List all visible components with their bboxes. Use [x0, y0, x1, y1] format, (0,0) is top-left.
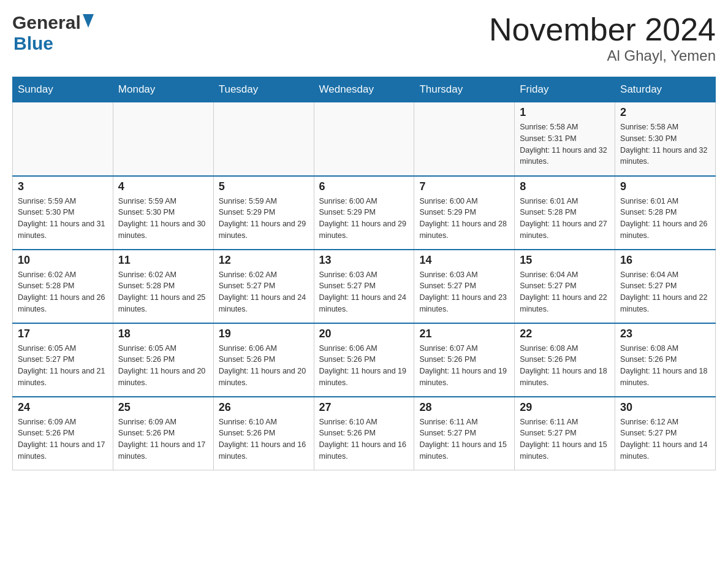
day-number: 18: [118, 327, 208, 340]
day-number: 6: [319, 180, 409, 193]
day-number: 20: [319, 327, 409, 340]
day-info: Sunrise: 6:03 AMSunset: 5:27 PMDaylight:…: [419, 269, 509, 315]
day-number: 22: [520, 327, 610, 340]
calendar-cell: 18Sunrise: 6:05 AMSunset: 5:26 PMDayligh…: [113, 323, 213, 397]
weekday-header-monday: Monday: [113, 77, 213, 102]
calendar-cell: 27Sunrise: 6:10 AMSunset: 5:26 PMDayligh…: [314, 397, 414, 470]
day-number: 4: [118, 180, 208, 193]
logo-blue-text: Blue: [13, 33, 53, 53]
calendar-table: SundayMondayTuesdayWednesdayThursdayFrid…: [12, 77, 716, 470]
calendar-cell: 19Sunrise: 6:06 AMSunset: 5:26 PMDayligh…: [213, 323, 314, 397]
calendar-cell: 15Sunrise: 6:04 AMSunset: 5:27 PMDayligh…: [515, 250, 615, 323]
day-info: Sunrise: 6:06 AMSunset: 5:26 PMDaylight:…: [319, 343, 409, 389]
calendar-cell: 17Sunrise: 6:05 AMSunset: 5:27 PMDayligh…: [13, 323, 113, 397]
day-number: 15: [520, 254, 610, 267]
day-info: Sunrise: 5:59 AMSunset: 5:30 PMDaylight:…: [18, 196, 108, 242]
calendar-cell: 1Sunrise: 5:58 AMSunset: 5:31 PMDaylight…: [515, 102, 615, 176]
day-number: 7: [419, 180, 509, 193]
day-number: 21: [419, 327, 509, 340]
day-number: 19: [219, 327, 309, 340]
calendar-title-block: November 2024 Al Ghayl, Yemen: [489, 12, 716, 64]
calendar-body: 1Sunrise: 5:58 AMSunset: 5:31 PMDaylight…: [13, 102, 716, 470]
day-info: Sunrise: 6:06 AMSunset: 5:26 PMDaylight:…: [219, 343, 309, 389]
day-number: 5: [219, 180, 309, 193]
calendar-cell: 21Sunrise: 6:07 AMSunset: 5:26 PMDayligh…: [414, 323, 515, 397]
calendar-cell: [213, 102, 314, 176]
day-info: Sunrise: 6:00 AMSunset: 5:29 PMDaylight:…: [419, 196, 509, 242]
calendar-cell: 20Sunrise: 6:06 AMSunset: 5:26 PMDayligh…: [314, 323, 414, 397]
logo-general-text: General: [12, 12, 81, 33]
calendar-cell: 5Sunrise: 5:59 AMSunset: 5:29 PMDaylight…: [213, 176, 314, 250]
day-info: Sunrise: 5:59 AMSunset: 5:29 PMDaylight:…: [219, 196, 309, 242]
calendar-week-row: 10Sunrise: 6:02 AMSunset: 5:28 PMDayligh…: [13, 250, 716, 323]
calendar-subtitle: Al Ghayl, Yemen: [489, 47, 716, 64]
weekday-header-sunday: Sunday: [13, 77, 113, 102]
logo: General Blue: [12, 12, 94, 54]
calendar-cell: 23Sunrise: 6:08 AMSunset: 5:26 PMDayligh…: [615, 323, 716, 397]
day-info: Sunrise: 6:00 AMSunset: 5:29 PMDaylight:…: [319, 196, 409, 242]
calendar-cell: 26Sunrise: 6:10 AMSunset: 5:26 PMDayligh…: [213, 397, 314, 470]
day-number: 3: [18, 180, 108, 193]
day-info: Sunrise: 5:58 AMSunset: 5:31 PMDaylight:…: [520, 121, 610, 167]
day-info: Sunrise: 6:01 AMSunset: 5:28 PMDaylight:…: [520, 196, 610, 242]
day-info: Sunrise: 6:05 AMSunset: 5:27 PMDaylight:…: [18, 343, 108, 389]
calendar-cell: 28Sunrise: 6:11 AMSunset: 5:27 PMDayligh…: [414, 397, 515, 470]
day-info: Sunrise: 6:12 AMSunset: 5:27 PMDaylight:…: [620, 416, 710, 462]
calendar-cell: 29Sunrise: 6:11 AMSunset: 5:27 PMDayligh…: [515, 397, 615, 470]
calendar-header: SundayMondayTuesdayWednesdayThursdayFrid…: [13, 77, 716, 102]
calendar-cell: 4Sunrise: 5:59 AMSunset: 5:30 PMDaylight…: [113, 176, 213, 250]
calendar-cell: 24Sunrise: 6:09 AMSunset: 5:26 PMDayligh…: [13, 397, 113, 470]
calendar-cell: [113, 102, 213, 176]
day-info: Sunrise: 6:09 AMSunset: 5:26 PMDaylight:…: [118, 416, 208, 462]
calendar-cell: [314, 102, 414, 176]
weekday-header-friday: Friday: [515, 77, 615, 102]
weekday-header-saturday: Saturday: [615, 77, 716, 102]
day-info: Sunrise: 6:05 AMSunset: 5:26 PMDaylight:…: [118, 343, 208, 389]
calendar-cell: 14Sunrise: 6:03 AMSunset: 5:27 PMDayligh…: [414, 250, 515, 323]
day-number: 8: [520, 180, 610, 193]
day-number: 27: [319, 401, 409, 414]
day-number: 14: [419, 254, 509, 267]
day-info: Sunrise: 6:08 AMSunset: 5:26 PMDaylight:…: [620, 343, 710, 389]
day-number: 2: [620, 106, 710, 119]
day-info: Sunrise: 6:02 AMSunset: 5:28 PMDaylight:…: [18, 269, 108, 315]
day-number: 25: [118, 401, 208, 414]
day-info: Sunrise: 6:04 AMSunset: 5:27 PMDaylight:…: [620, 269, 710, 315]
calendar-cell: 13Sunrise: 6:03 AMSunset: 5:27 PMDayligh…: [314, 250, 414, 323]
day-number: 12: [219, 254, 309, 267]
day-info: Sunrise: 6:11 AMSunset: 5:27 PMDaylight:…: [419, 416, 509, 462]
calendar-cell: 11Sunrise: 6:02 AMSunset: 5:28 PMDayligh…: [113, 250, 213, 323]
calendar-cell: [13, 102, 113, 176]
day-number: 29: [520, 401, 610, 414]
day-number: 13: [319, 254, 409, 267]
calendar-cell: 9Sunrise: 6:01 AMSunset: 5:28 PMDaylight…: [615, 176, 716, 250]
weekday-header-wednesday: Wednesday: [314, 77, 414, 102]
day-number: 26: [219, 401, 309, 414]
logo-arrow-icon: [83, 14, 94, 30]
calendar-cell: 2Sunrise: 5:58 AMSunset: 5:30 PMDaylight…: [615, 102, 716, 176]
day-number: 24: [18, 401, 108, 414]
calendar-cell: 12Sunrise: 6:02 AMSunset: 5:27 PMDayligh…: [213, 250, 314, 323]
calendar-cell: 22Sunrise: 6:08 AMSunset: 5:26 PMDayligh…: [515, 323, 615, 397]
calendar-cell: 8Sunrise: 6:01 AMSunset: 5:28 PMDaylight…: [515, 176, 615, 250]
calendar-cell: 16Sunrise: 6:04 AMSunset: 5:27 PMDayligh…: [615, 250, 716, 323]
calendar-title: November 2024: [489, 12, 716, 47]
day-number: 1: [520, 106, 610, 119]
day-number: 28: [419, 401, 509, 414]
day-info: Sunrise: 6:11 AMSunset: 5:27 PMDaylight:…: [520, 416, 610, 462]
day-info: Sunrise: 6:08 AMSunset: 5:26 PMDaylight:…: [520, 343, 610, 389]
day-number: 23: [620, 327, 710, 340]
calendar-week-row: 17Sunrise: 6:05 AMSunset: 5:27 PMDayligh…: [13, 323, 716, 397]
day-number: 9: [620, 180, 710, 193]
day-info: Sunrise: 5:59 AMSunset: 5:30 PMDaylight:…: [118, 196, 208, 242]
day-info: Sunrise: 6:04 AMSunset: 5:27 PMDaylight:…: [520, 269, 610, 315]
day-info: Sunrise: 6:10 AMSunset: 5:26 PMDaylight:…: [219, 416, 309, 462]
day-info: Sunrise: 6:09 AMSunset: 5:26 PMDaylight:…: [18, 416, 108, 462]
day-info: Sunrise: 6:10 AMSunset: 5:26 PMDaylight:…: [319, 416, 409, 462]
weekday-header-tuesday: Tuesday: [213, 77, 314, 102]
day-info: Sunrise: 6:01 AMSunset: 5:28 PMDaylight:…: [620, 196, 710, 242]
day-number: 17: [18, 327, 108, 340]
page-header: General Blue November 2024 Al Ghayl, Yem…: [12, 12, 716, 64]
day-info: Sunrise: 5:58 AMSunset: 5:30 PMDaylight:…: [620, 121, 710, 167]
weekday-header-thursday: Thursday: [414, 77, 515, 102]
